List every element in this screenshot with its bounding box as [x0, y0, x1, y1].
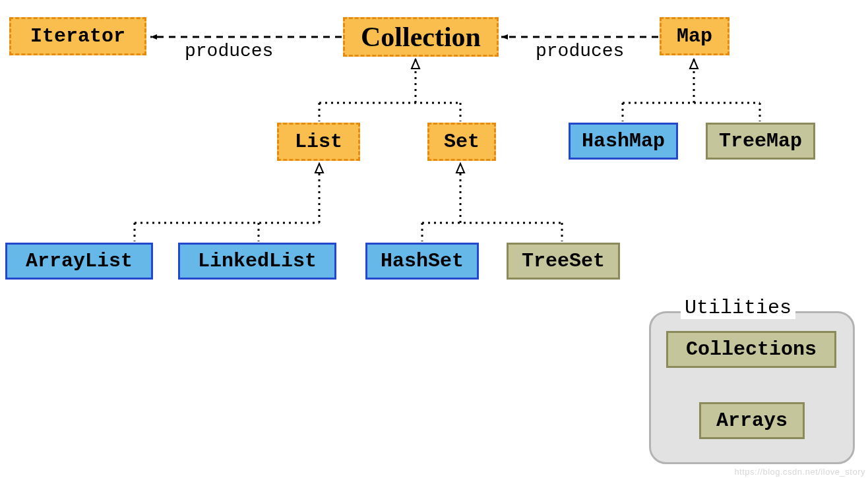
- node-set-label: Set: [444, 131, 480, 153]
- node-treemap: TreeMap: [706, 123, 815, 160]
- node-hashset: HashSet: [365, 243, 479, 280]
- node-iterator-label: Iterator: [30, 25, 125, 47]
- node-iterator: Iterator: [9, 17, 146, 55]
- node-collection-label: Collection: [361, 21, 481, 53]
- node-collections-label: Collections: [686, 338, 817, 361]
- node-treeset-label: TreeSet: [522, 250, 605, 272]
- node-arrays-label: Arrays: [716, 409, 788, 432]
- node-map-label: Map: [677, 25, 712, 47]
- node-list-label: List: [295, 131, 342, 153]
- node-hashmap-label: HashMap: [582, 130, 665, 152]
- node-map: Map: [660, 17, 729, 55]
- node-arraylist: ArrayList: [5, 243, 153, 280]
- node-hashset-label: HashSet: [381, 250, 464, 272]
- node-collections: Collections: [666, 331, 836, 368]
- edge-label-produces-left: produces: [185, 41, 273, 61]
- node-list: List: [277, 123, 360, 161]
- group-utilities-title: Utilities: [681, 297, 795, 319]
- edge-label-produces-right: produces: [536, 41, 624, 61]
- node-treemap-label: TreeMap: [719, 130, 802, 152]
- node-set: Set: [427, 123, 496, 161]
- node-linkedlist: LinkedList: [178, 243, 336, 280]
- node-arrays: Arrays: [699, 402, 805, 439]
- node-treeset: TreeSet: [507, 243, 620, 280]
- watermark-text: https://blog.csdn.net/ilove_story: [734, 467, 865, 477]
- diagram-stage: Iterator Collection Map produces produce…: [0, 0, 868, 478]
- node-arraylist-label: ArrayList: [26, 250, 133, 272]
- node-hashmap: HashMap: [569, 123, 678, 160]
- node-linkedlist-label: LinkedList: [198, 250, 317, 272]
- node-collection: Collection: [343, 17, 499, 57]
